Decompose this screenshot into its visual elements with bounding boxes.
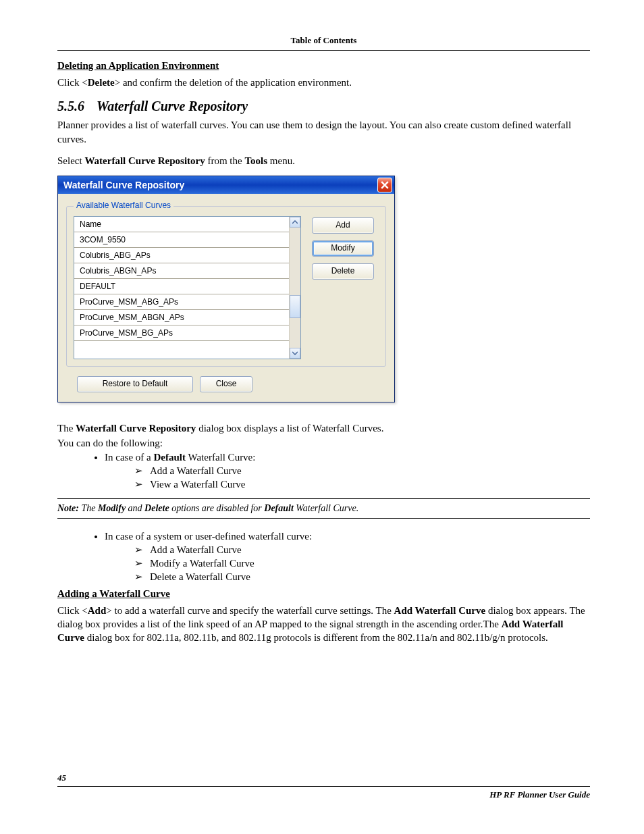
text: In case of a xyxy=(105,452,153,463)
scroll-up-button[interactable] xyxy=(290,217,300,228)
list-item[interactable]: ProCurve_MSM_BG_APs xyxy=(74,325,289,341)
text-bold-italic: Delete xyxy=(144,503,169,513)
text-bold: Add Waterfall Curve xyxy=(394,605,486,616)
text-bold: Waterfall Curve Repository xyxy=(76,423,196,434)
restore-default-button[interactable]: Restore to Default xyxy=(77,376,193,392)
list-item: Delete a Waterfall Curve xyxy=(134,571,590,583)
scrollbar-thumb[interactable] xyxy=(290,295,300,318)
groupbox-legend: Available Waterfall Curves xyxy=(74,201,173,210)
modify-button[interactable]: Modify xyxy=(312,240,374,257)
text-italic: The xyxy=(79,503,98,513)
close-icon xyxy=(381,181,389,189)
text: from the xyxy=(205,155,245,166)
list-item: Add a Waterfall Curve xyxy=(134,544,590,556)
close-button-bottom[interactable]: Close xyxy=(200,376,252,392)
list-item: In case of a Default Waterfall Curve: Ad… xyxy=(105,452,590,490)
list-header-name[interactable]: Name xyxy=(74,217,289,232)
scrollbar-track[interactable] xyxy=(290,228,300,348)
list-item[interactable]: DEFAULT xyxy=(74,279,289,294)
list-item: View a Waterfall Curve xyxy=(134,478,590,490)
text-bold: Tools xyxy=(244,155,267,166)
heading-deleting-app-env: Deleting an Application Environment xyxy=(57,60,590,72)
curves-list[interactable]: Name 3COM_9550 Colubris_ABG_APs Colubris… xyxy=(74,216,301,359)
text-bold: Add xyxy=(88,605,107,616)
list-item[interactable]: ProCurve_MSM_ABGN_APs xyxy=(74,310,289,325)
text-bold-italic: Default xyxy=(264,503,294,513)
text-bold: Delete xyxy=(88,77,115,88)
text-italic: Waterfall Curve. xyxy=(294,503,358,513)
text: Select xyxy=(57,155,84,166)
list-item[interactable]: 3COM_9550 xyxy=(74,232,289,248)
text: > to add a waterfall curve and specify t… xyxy=(106,605,394,616)
body-you-can-do: You can do the following: xyxy=(57,436,590,450)
text: menu. xyxy=(267,155,295,166)
list-item[interactable]: Colubris_ABG_APs xyxy=(74,248,289,263)
heading-adding-waterfall-curve: Adding a Waterfall Curve xyxy=(57,588,590,600)
text: Click < xyxy=(57,605,88,616)
note-label: Note: xyxy=(57,503,79,513)
list-item[interactable]: ProCurve_MSM_ABG_APs xyxy=(74,294,289,310)
text-italic: and xyxy=(126,503,144,513)
heading-waterfall-curve-repo: 5.5.6Waterfall Curve Repository xyxy=(57,99,590,114)
dialog-title: Waterfall Curve Repository xyxy=(63,180,377,190)
waterfall-repo-dialog: Waterfall Curve Repository Available Wat… xyxy=(57,176,395,402)
available-curves-groupbox: Available Waterfall Curves Name 3COM_955… xyxy=(66,206,386,367)
text: The xyxy=(57,423,76,434)
list-item: In case of a system or user-defined wate… xyxy=(105,531,590,583)
text: In case of a system or user-defined wate… xyxy=(105,531,312,542)
body-waterfall-dialog-desc: The Waterfall Curve Repository dialog bo… xyxy=(57,421,590,435)
list-item: Add a Waterfall Curve xyxy=(134,465,590,477)
text: Waterfall Curve: xyxy=(186,452,255,463)
toc-header: Table of Contents xyxy=(57,35,590,51)
text-italic: options are disabled for xyxy=(169,503,265,513)
scrollbar[interactable] xyxy=(289,217,300,359)
list-item[interactable]: Colubris_ABGN_APs xyxy=(74,263,289,279)
text: dialog box for 802.11a, 802.11b, and 802… xyxy=(84,632,548,643)
scroll-down-button[interactable] xyxy=(290,348,300,359)
chevron-up-icon xyxy=(292,220,298,224)
body-waterfall-intro: Planner provides a list of waterfall cur… xyxy=(57,118,590,146)
close-button[interactable] xyxy=(377,178,392,192)
text: > and confirm the deletion of the applic… xyxy=(115,77,352,88)
dialog-body: Available Waterfall Curves Name 3COM_955… xyxy=(58,194,394,402)
section-number: 5.5.6 xyxy=(57,99,84,113)
page-number: 45 xyxy=(57,773,590,787)
body-waterfall-select: Select Waterfall Curve Repository from t… xyxy=(57,154,590,167)
chevron-down-icon xyxy=(292,351,298,355)
text: dialog box displays a list of Waterfall … xyxy=(196,423,383,434)
text-bold: Waterfall Curve Repository xyxy=(84,155,205,166)
text-bold-italic: Modify xyxy=(98,503,126,513)
section-title: Waterfall Curve Repository xyxy=(97,99,248,113)
dialog-titlebar[interactable]: Waterfall Curve Repository xyxy=(58,176,394,194)
body-adding-waterfall: Click <Add> to add a waterfall curve and… xyxy=(57,604,590,645)
note-box: Note: The Modify and Delete options are … xyxy=(57,498,590,519)
list-item: Modify a Waterfall Curve xyxy=(134,557,590,569)
text: Click < xyxy=(57,77,88,88)
text-bold: Default xyxy=(153,452,186,463)
delete-button[interactable]: Delete xyxy=(312,263,374,280)
add-button[interactable]: Add xyxy=(312,217,374,234)
body-delete-env: Click <Delete> and confirm the deletion … xyxy=(57,76,590,89)
footer: HP RF Planner User Guide xyxy=(57,789,590,800)
